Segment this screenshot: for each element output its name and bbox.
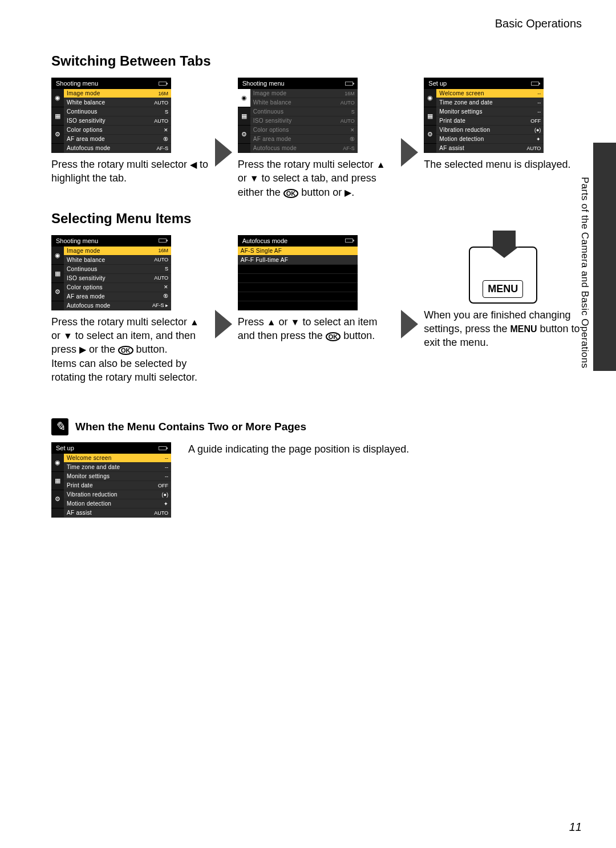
menu-button: MENU <box>483 280 523 298</box>
camera-menu-item: AF area mode⦿ <box>64 135 171 144</box>
section2-title: Selecting Menu Items <box>51 211 582 227</box>
arrow-icon: ▼ <box>291 317 300 327</box>
camera-menu-item-label: AF area mode <box>67 136 105 142</box>
camera-menu-item-value: ✦ <box>164 501 168 507</box>
step-caption: Press the rotary multi selector ◀ to hig… <box>51 158 209 185</box>
camera-menu-item-value: AUTO <box>154 275 168 281</box>
camera-menu-item-label: ISO sensitivity <box>253 118 292 124</box>
camera-menu-item-value: ✕ <box>164 127 168 133</box>
camera-menu-item-label: Autofocus mode <box>253 145 297 151</box>
camera-menu-title: Set up <box>428 80 447 87</box>
camera-menu-title: Shooting menu <box>56 237 98 244</box>
camera-menu-item-label: AF-F Full-time AF <box>241 257 288 263</box>
arrow-icon: ▶ <box>345 188 351 197</box>
camera-menu-item-value: -- <box>165 474 168 479</box>
camera-menu-item-value: ✕ <box>164 284 168 290</box>
camera-menu-item-label: Continuous <box>67 108 98 115</box>
camera-menu-item: Time zone and date-- <box>436 98 544 107</box>
camera-menu-item: ISO sensitivityAUTO <box>64 116 171 126</box>
battery-icon <box>159 446 167 450</box>
camera-menu-item: Print dateOFF <box>436 116 544 126</box>
camera-menu-item-value: AUTO <box>527 146 541 151</box>
camera-menu-item-label: Motion detection <box>67 500 111 507</box>
step-caption: Press the rotary multi selector ▲ or ▼ t… <box>51 315 209 384</box>
camera-menu-item-value: S <box>351 109 355 115</box>
camera-menu-item-label: AF assist <box>439 145 464 151</box>
camera-menu-item: Monitor settings-- <box>64 472 171 481</box>
step-caption: When you are finished changing settings,… <box>424 308 582 350</box>
camera-menu-item: ISO sensitivityAUTO <box>250 116 358 126</box>
note-title: When the Menu Contains Two or More Pages <box>75 421 306 433</box>
camera-menu-item-value: -- <box>165 455 168 461</box>
camera-menu-item-label: AF area mode <box>67 293 105 300</box>
camera-menu-item-label: Monitor settings <box>439 108 482 115</box>
camera-menu-item-value: 16M <box>158 91 168 96</box>
camera-menu-item: AF area mode⦿ <box>64 292 171 301</box>
camera-tab-icon: ▦ <box>424 107 436 126</box>
flow-arrow-icon <box>401 310 418 338</box>
arrow-icon: ▼ <box>250 173 259 183</box>
camera-menu-item-value: -- <box>537 109 541 115</box>
camera-menu-item: Image mode16M <box>64 89 171 98</box>
camera-menu-item-label: Continuous <box>67 266 98 272</box>
battery-icon <box>345 82 353 86</box>
battery-icon <box>345 239 353 243</box>
camera-menu-item: Welcome screen-- <box>64 454 171 463</box>
camera-menu-item: Color options✕ <box>64 126 171 135</box>
flow-arrow-icon <box>215 138 232 167</box>
camera-menu-item-label: Color options <box>253 127 289 133</box>
camera-menu-item-label: Welcome screen <box>67 455 112 461</box>
camera-menu: Set up◉▦⚙Welcome screen--Time zone and d… <box>424 78 544 153</box>
camera-menu: Set up◉▦⚙Welcome screen--Time zone and d… <box>51 442 171 518</box>
camera-tab-icon: ◉ <box>51 454 64 472</box>
note-caption: A guide indicating the page position is … <box>188 442 409 456</box>
camera-menu-item: Autofocus modeAF-S ▸ <box>64 301 171 310</box>
camera-menu-item: White balanceAUTO <box>64 256 171 265</box>
camera-menu-item: Image mode16M <box>250 89 358 98</box>
camera-tab-icon: ▦ <box>51 107 64 126</box>
camera-menu-item-label: Monitor settings <box>67 473 110 479</box>
arrow-icon: ◀ <box>190 160 197 169</box>
chapter-vertical-label: Parts of the Camera and Basic Operations <box>579 177 590 368</box>
camera-tab-icon: ◉ <box>51 247 64 265</box>
camera-menu-item-value: AF-S ▸ <box>152 302 168 308</box>
camera-tab-icon: ⚙ <box>51 126 64 144</box>
camera-menu-item-label: White balance <box>67 99 105 106</box>
camera-menu-item-label: ISO sensitivity <box>67 118 106 124</box>
camera-menu-item-value: AUTO <box>154 510 168 516</box>
camera-menu-item-label: ISO sensitivity <box>67 275 106 281</box>
page-number: 11 <box>569 821 582 834</box>
camera-tab-icon: ◉ <box>238 89 250 107</box>
camera-menu-title: Autofocus mode <box>242 237 288 244</box>
camera-menu-item: AF assistAUTO <box>64 508 171 518</box>
camera-menu-item-label: Image mode <box>67 90 100 96</box>
camera-menu-item-label: Color options <box>67 127 103 133</box>
ok-button-icon: OK <box>118 346 133 355</box>
menu-button-press-graphic: MENU <box>469 247 537 304</box>
camera-menu-item-label: AF-S Single AF <box>241 248 282 254</box>
camera-menu-item: Welcome screen-- <box>436 89 544 98</box>
camera-menu-item-value: -- <box>165 465 168 470</box>
camera-tab-icon: ▦ <box>51 265 64 283</box>
camera-menu-item: Motion detection✦ <box>436 135 544 144</box>
camera-menu-item: Color options✕ <box>64 283 171 292</box>
camera-menu-item-value: 16M <box>345 91 355 96</box>
camera-menu: Shooting menu◉▦⚙Image mode16MWhite balan… <box>51 78 171 153</box>
camera-menu: Autofocus modeAF-S Single AFAF-F Full-ti… <box>238 235 358 310</box>
camera-menu-item-label: Autofocus mode <box>67 302 110 309</box>
camera-menu-item-label: Autofocus mode <box>67 145 110 151</box>
ok-button-icon: OK <box>283 189 299 198</box>
camera-menu-item: AF-S Single AF <box>238 247 358 256</box>
camera-menu-item: ContinuousS <box>64 265 171 274</box>
arrow-icon: ▲ <box>376 160 386 169</box>
camera-menu-item-label: Continuous <box>253 108 284 115</box>
camera-menu-title: Set up <box>56 445 74 451</box>
camera-menu-item-label: Time zone and date <box>439 99 492 106</box>
camera-menu-item-value: 16M <box>158 248 168 253</box>
camera-menu-item-value: ⦿ <box>350 136 355 142</box>
camera-tab-icon: ▦ <box>51 472 64 490</box>
camera-menu-item-value: ⦿ <box>163 136 168 142</box>
camera-menu-item-value: AUTO <box>341 118 355 124</box>
camera-menu-item-value: AUTO <box>341 100 355 106</box>
camera-tab-icon: ◉ <box>424 89 436 107</box>
